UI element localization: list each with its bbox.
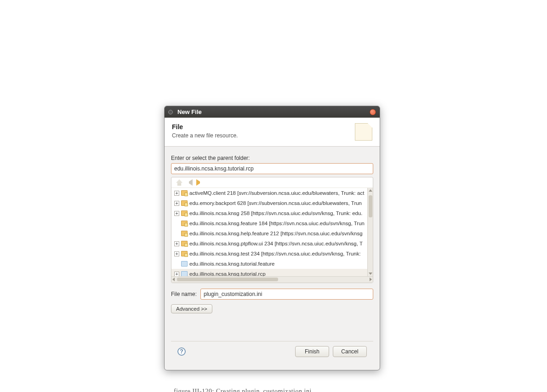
window-title: New File	[177, 108, 370, 115]
figure-caption: figure III-120: Creating plugin_customiz…	[174, 388, 312, 392]
tree-item-label: edu.illinois.ncsa.knsg 258 [https://svn.…	[189, 209, 363, 217]
home-icon[interactable]	[176, 179, 182, 186]
folder-tree-panel: +activeMQ.client 218 [svn://subversion.n…	[171, 177, 373, 283]
new-file-dialog: New File File Create a new file resource…	[164, 106, 380, 370]
folder-tree[interactable]: +activeMQ.client 218 [svn://subversion.n…	[171, 188, 373, 276]
tree-item-label: edu.illinois.ncsa.knsg.tutorial.rcp	[189, 270, 266, 276]
banner: File Create a new file resource.	[165, 118, 380, 147]
expand-icon[interactable]: +	[174, 201, 179, 206]
tree-row[interactable]: edu.illinois.ncsa.knsg.tutorial.feature	[171, 259, 373, 269]
expand-icon	[174, 221, 179, 226]
expand-icon	[174, 261, 179, 267]
horizontal-scrollbar[interactable]	[171, 276, 373, 283]
tree-row[interactable]: +activeMQ.client 218 [svn://subversion.n…	[171, 188, 373, 198]
project-repo-icon	[181, 241, 188, 246]
tree-row[interactable]: edu.illinois.ncsa.knsg.help.feature 212 …	[171, 228, 373, 239]
scroll-down-icon[interactable]	[369, 273, 372, 275]
tree-row[interactable]: +edu.emory.backport 628 [svn://subversio…	[171, 198, 373, 208]
folder-icon	[181, 271, 188, 276]
tree-item-label: activeMQ.client 218 [svn://subversion.nc…	[189, 189, 364, 197]
project-repo-icon	[181, 200, 188, 206]
tree-toolbar	[171, 177, 373, 188]
titlebar[interactable]: New File	[165, 106, 380, 118]
cancel-button[interactable]: Cancel	[333, 346, 367, 357]
forward-icon[interactable]	[196, 179, 203, 186]
window-menu-icon[interactable]	[168, 110, 173, 114]
folder-icon	[181, 261, 188, 267]
parent-folder-label: Enter or select the parent folder:	[171, 155, 373, 161]
expand-icon[interactable]: +	[174, 191, 179, 196]
parent-folder-input[interactable]	[171, 163, 373, 174]
scroll-up-icon[interactable]	[369, 189, 372, 192]
file-name-label: File name:	[171, 291, 197, 297]
tree-item-label: edu.illinois.ncsa.knsg.ptpflow.ui 234 [h…	[189, 239, 363, 248]
help-icon[interactable]: ?	[177, 347, 186, 356]
file-name-input[interactable]	[200, 289, 373, 300]
project-repo-icon	[181, 190, 188, 196]
tree-row[interactable]: +edu.illinois.ncsa.knsg 258 [https://svn…	[171, 208, 373, 218]
vertical-scrollbar[interactable]	[367, 188, 373, 276]
project-repo-icon	[181, 221, 188, 226]
expand-icon	[174, 231, 179, 236]
expand-icon[interactable]: +	[174, 272, 179, 277]
project-repo-icon	[181, 231, 188, 236]
scroll-right-icon[interactable]	[370, 278, 372, 281]
advanced-button[interactable]: Advanced >>	[171, 304, 212, 313]
banner-description: Create a new file resource.	[172, 132, 238, 139]
expand-icon[interactable]: +	[174, 211, 179, 216]
tree-row[interactable]: edu.illinois.ncsa.knsg.feature 184 [http…	[171, 218, 373, 228]
tree-row[interactable]: +edu.illinois.ncsa.knsg.ptpflow.ui 234 […	[171, 239, 373, 249]
tree-item-label: edu.illinois.ncsa.knsg.feature 184 [http…	[189, 219, 365, 227]
project-repo-icon	[181, 210, 188, 216]
hscroll-thumb[interactable]	[177, 278, 278, 281]
tree-item-label: edu.emory.backport 628 [svn://subversion…	[189, 199, 362, 207]
project-repo-icon	[181, 251, 188, 256]
tree-item-label: edu.illinois.ncsa.knsg.test 234 [https:/…	[189, 250, 361, 258]
tree-item-label: edu.illinois.ncsa.knsg.tutorial.feature	[189, 260, 274, 268]
expand-icon[interactable]: +	[174, 251, 179, 256]
scroll-left-icon[interactable]	[172, 278, 175, 281]
file-icon	[355, 123, 372, 141]
dialog-footer: ? Finish Cancel	[171, 341, 373, 364]
close-icon[interactable]	[370, 109, 376, 115]
banner-heading: File	[172, 123, 238, 131]
expand-icon[interactable]: +	[174, 241, 179, 246]
tree-item-label: edu.illinois.ncsa.knsg.help.feature 212 …	[189, 229, 363, 238]
tree-row[interactable]: +edu.illinois.ncsa.knsg.test 234 [https:…	[171, 249, 373, 259]
finish-button[interactable]: Finish	[295, 346, 329, 357]
tree-row[interactable]: +edu.illinois.ncsa.knsg.tutorial.rcp	[171, 269, 373, 276]
scroll-thumb[interactable]	[369, 195, 372, 217]
back-icon[interactable]	[186, 179, 193, 186]
